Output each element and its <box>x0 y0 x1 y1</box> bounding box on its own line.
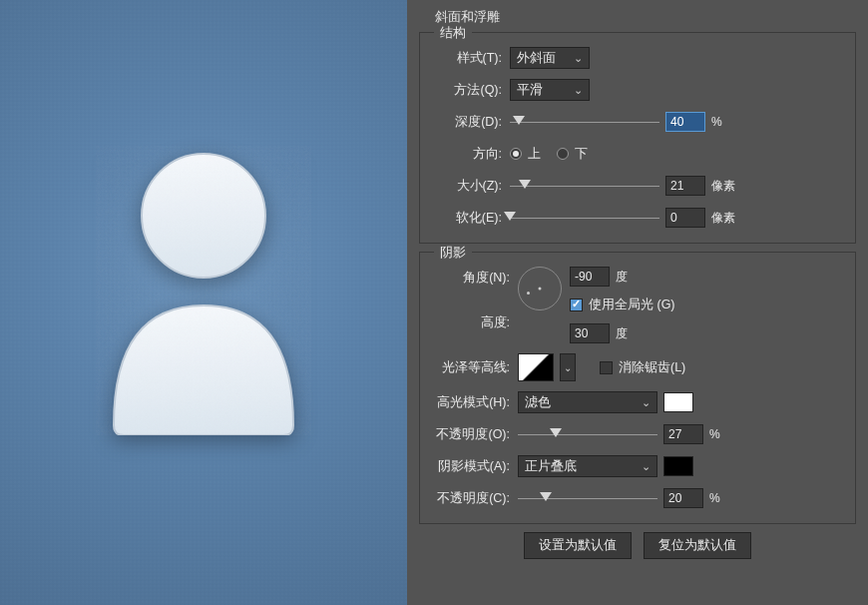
size-input[interactable] <box>665 176 705 196</box>
soften-input[interactable] <box>665 208 705 228</box>
shadow-color-swatch[interactable] <box>663 456 693 476</box>
antialias-checkbox[interactable] <box>600 361 613 374</box>
style-dropdown[interactable]: 外斜面 <box>510 47 590 69</box>
highlight-opacity-input[interactable] <box>663 424 703 444</box>
highlight-mode-label: 高光模式(H): <box>430 394 518 411</box>
shading-title: 阴影 <box>434 245 472 262</box>
direction-up-radio[interactable]: 上 <box>510 146 541 163</box>
highlight-mode-dropdown[interactable]: 滤色 <box>518 391 657 413</box>
altitude-input[interactable] <box>570 323 610 343</box>
direction-label: 方向: <box>430 146 510 163</box>
highlight-opacity-slider[interactable] <box>518 427 657 441</box>
altitude-label: 高度: <box>430 314 518 331</box>
shadow-mode-label: 阴影模式(A): <box>430 458 518 475</box>
bevel-emboss-panel: 斜面和浮雕 结构 样式(T): 外斜面 方法(Q): 平滑 深度(D): % 方… <box>407 0 868 605</box>
technique-label: 方法(Q): <box>430 82 510 99</box>
shading-fieldset: 阴影 角度(N): 高度: 度 使用全局光 (G) 度 <box>419 252 856 524</box>
angle-dial[interactable] <box>518 267 562 310</box>
antialias-label: 消除锯齿(L) <box>619 359 685 376</box>
shadow-opacity-unit: % <box>709 491 720 505</box>
highlight-opacity-unit: % <box>709 427 720 441</box>
angle-input[interactable] <box>570 267 610 287</box>
size-label: 大小(Z): <box>430 178 510 195</box>
angle-label: 角度(N): <box>430 270 518 287</box>
contour-dropdown[interactable]: ⌄ <box>560 353 576 381</box>
size-unit: 像素 <box>711 178 735 195</box>
technique-dropdown[interactable]: 平滑 <box>510 79 590 101</box>
radio-icon <box>557 148 569 160</box>
user-icon <box>94 146 313 435</box>
direction-down-radio[interactable]: 下 <box>557 146 588 163</box>
reset-default-button[interactable]: 复位为默认值 <box>644 532 751 559</box>
altitude-unit: 度 <box>616 325 628 342</box>
radio-icon <box>510 148 522 160</box>
effect-title: 斜面和浮雕 <box>435 8 856 26</box>
contour-label: 光泽等高线: <box>430 359 518 376</box>
shadow-opacity-label: 不透明度(C): <box>430 490 518 507</box>
structure-fieldset: 结构 样式(T): 外斜面 方法(Q): 平滑 深度(D): % 方向: <box>419 32 856 244</box>
preview-pane <box>0 0 407 605</box>
global-light-label: 使用全局光 (G) <box>589 297 675 313</box>
shadow-opacity-slider[interactable] <box>518 491 657 505</box>
svg-point-0 <box>142 154 265 278</box>
highlight-opacity-label: 不透明度(O): <box>430 426 518 443</box>
depth-input[interactable] <box>665 112 705 132</box>
soften-slider[interactable] <box>510 211 659 225</box>
depth-slider[interactable] <box>510 115 659 129</box>
style-label: 样式(T): <box>430 50 510 67</box>
contour-preview[interactable] <box>518 353 554 381</box>
soften-unit: 像素 <box>711 210 735 227</box>
depth-unit: % <box>711 115 722 129</box>
shadow-mode-dropdown[interactable]: 正片叠底 <box>518 455 657 477</box>
set-default-button[interactable]: 设置为默认值 <box>524 532 632 559</box>
global-light-checkbox[interactable] <box>570 299 583 311</box>
depth-label: 深度(D): <box>430 114 510 131</box>
soften-label: 软化(E): <box>430 210 510 227</box>
structure-title: 结构 <box>434 25 472 42</box>
highlight-color-swatch[interactable] <box>663 392 693 412</box>
angle-unit: 度 <box>616 269 628 286</box>
shadow-opacity-input[interactable] <box>663 488 703 508</box>
size-slider[interactable] <box>510 179 659 193</box>
